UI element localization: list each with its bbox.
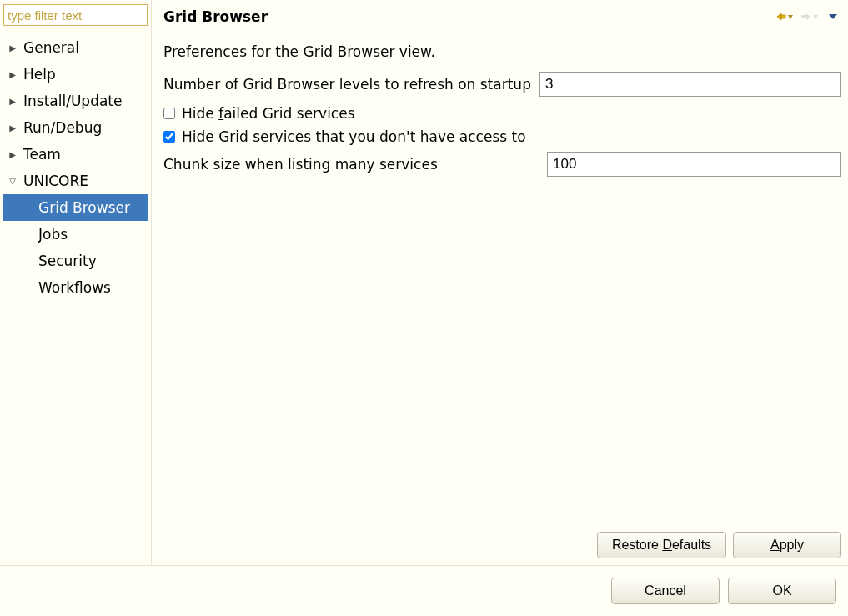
levels-input[interactable] [539, 72, 841, 97]
form-area: Preferences for the Grid Browser view. N… [163, 33, 841, 525]
main-panel: Grid Browser Preferences for the Grid Br… [152, 0, 848, 565]
tree-item-label: Install/Update [18, 93, 122, 109]
panel-button-bar: Restore Defaults Apply [163, 525, 841, 558]
tree-item-unicore[interactable]: ▽ UNICORE [3, 168, 148, 194]
tree-child-label: Jobs [38, 226, 68, 243]
tree-item-label: UNICORE [18, 173, 88, 189]
expand-icon: ▶ [7, 70, 18, 79]
tree-child-security[interactable]: Security [3, 248, 148, 274]
tree-item-label: Help [18, 66, 56, 83]
filter-input[interactable] [3, 4, 148, 26]
dialog-footer: Cancel OK [0, 565, 848, 616]
collapse-icon: ▽ [7, 177, 18, 186]
tree-item-label: General [18, 39, 79, 56]
chunk-label: Chunk size when listing many services [163, 156, 539, 173]
sidebar: ▶ General ▶ Help ▶ Install/Update ▶ Run/… [0, 0, 152, 565]
hide-failed-checkbox[interactable] [163, 108, 175, 119]
expand-icon: ▶ [7, 97, 18, 106]
panel-header: Grid Browser [163, 0, 841, 33]
tree-item-general[interactable]: ▶ General [3, 34, 148, 61]
cancel-button[interactable]: Cancel [611, 578, 720, 604]
menu-dropdown-icon[interactable] [828, 13, 838, 21]
header-toolbar [775, 12, 838, 22]
tree-child-label: Grid Browser [38, 199, 130, 216]
tree-item-install-update[interactable]: ▶ Install/Update [3, 88, 148, 114]
tree-child-workflows[interactable]: Workflows [3, 274, 148, 301]
tree-child-jobs[interactable]: Jobs [3, 221, 148, 248]
tree-item-run-debug[interactable]: ▶ Run/Debug [3, 114, 148, 141]
preferences-tree: ▶ General ▶ Help ▶ Install/Update ▶ Run/… [3, 34, 148, 301]
tree-item-team[interactable]: ▶ Team [3, 141, 148, 168]
hide-noaccess-checkbox[interactable] [163, 131, 175, 143]
tree-item-label: Run/Debug [18, 119, 102, 136]
tree-item-help[interactable]: ▶ Help [3, 61, 148, 88]
levels-label: Number of Grid Browser levels to refresh… [163, 76, 531, 93]
expand-icon: ▶ [7, 43, 18, 53]
back-icon[interactable] [775, 12, 793, 22]
hide-failed-label: Hide failed Grid services [182, 105, 355, 122]
restore-defaults-button[interactable]: Restore Defaults [597, 532, 726, 558]
hide-noaccess-label: Hide Grid services that you don't have a… [182, 128, 526, 145]
forward-icon[interactable] [801, 12, 820, 22]
ok-button[interactable]: OK [728, 578, 836, 604]
chunk-input[interactable] [547, 152, 841, 177]
expand-icon: ▶ [7, 150, 18, 159]
expand-icon: ▶ [7, 123, 18, 133]
tree-child-label: Workflows [38, 279, 111, 296]
panel-description: Preferences for the Grid Browser view. [163, 43, 841, 60]
tree-item-label: Team [18, 146, 61, 163]
tree-child-label: Security [38, 253, 97, 269]
tree-child-grid-browser[interactable]: Grid Browser [3, 194, 148, 221]
apply-button[interactable]: Apply [733, 532, 841, 558]
page-title: Grid Browser [163, 8, 268, 25]
